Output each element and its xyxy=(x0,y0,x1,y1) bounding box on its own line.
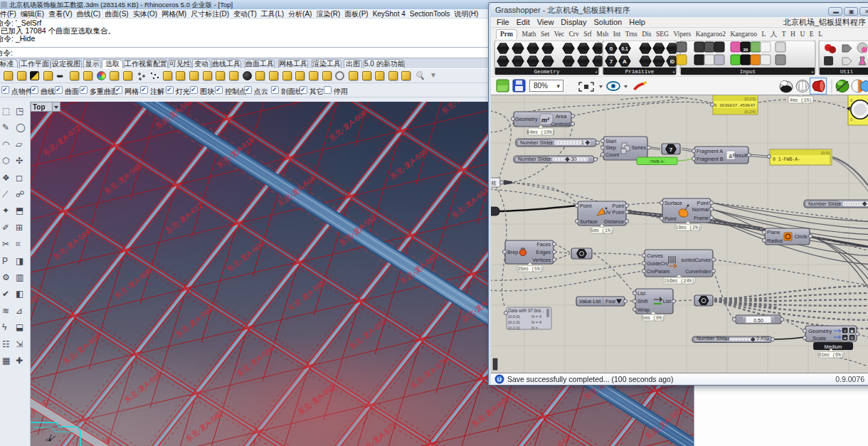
svg-text:Count: Count xyxy=(605,152,619,158)
svg-text:Top: Top xyxy=(33,103,46,111)
svg-text:List: List xyxy=(637,290,645,297)
svg-text:0.1: 0.1 xyxy=(621,46,628,51)
svg-text:0: 0 xyxy=(850,117,852,122)
svg-text:{0;0;0}: {0;0;0} xyxy=(508,314,520,319)
svg-text:Point: Point xyxy=(580,203,591,209)
svg-text:Util: Util xyxy=(840,69,854,75)
svg-text:m²: m² xyxy=(541,117,550,124)
svg-text:◉: ◉ xyxy=(850,329,854,333)
svg-text:A: A xyxy=(623,58,627,65)
svg-text:7: 7 xyxy=(610,58,613,65)
svg-text:Step: Step xyxy=(605,144,616,151)
svg-text:{0;0}: {0;0} xyxy=(821,151,830,155)
svg-text:Brep: Brep xyxy=(507,249,518,255)
svg-text:0: 0 xyxy=(850,98,852,102)
svg-text:Centroid: Centroid xyxy=(551,121,570,127)
svg-text:U: U xyxy=(851,336,854,340)
svg-text:x2: x2 xyxy=(46,437,51,442)
svg-text:-7WB-A-: -7WB-A- xyxy=(649,159,665,164)
svg-text:Frame: Frame xyxy=(694,215,709,221)
svg-text:CrvParam: CrvParam xyxy=(647,268,669,275)
svg-text:GuideCrv: GuideCrv xyxy=(647,260,669,267)
svg-text:Series: Series xyxy=(632,144,647,151)
svg-text:5ms (0%): 5ms (0%) xyxy=(642,316,665,321)
svg-text:N = 4: N = 4 xyxy=(531,320,542,324)
svg-text:Plane: Plane xyxy=(767,229,780,235)
svg-text:10ms (2%): 10ms (2%) xyxy=(675,225,701,230)
svg-text:Surface: Surface xyxy=(580,218,598,225)
svg-text:+: + xyxy=(672,70,675,75)
svg-text:Fragment B: Fragment B xyxy=(697,156,724,162)
svg-text:List: List xyxy=(663,298,671,304)
svg-text:Radius: Radius xyxy=(767,238,783,244)
svg-text:0: 0 xyxy=(610,46,613,52)
svg-text:+: + xyxy=(595,70,598,75)
svg-text:Start: Start xyxy=(605,138,616,144)
svg-text:Primitive: Primitive xyxy=(625,69,655,75)
svg-text:Shift: Shift xyxy=(637,298,647,304)
svg-text:Distance: Distance xyxy=(604,218,624,225)
svg-text:1: 1 xyxy=(581,140,584,145)
svg-text:CurveIndex: CurveIndex xyxy=(685,269,711,274)
svg-text:Point: Point xyxy=(697,200,709,206)
svg-text:20: 20 xyxy=(743,48,748,52)
svg-text:5ms (1%): 5ms (1%) xyxy=(591,228,613,233)
svg-text:64ms (10%): 64ms (10%) xyxy=(526,130,555,135)
svg-text:Surface: Surface xyxy=(665,200,682,206)
svg-text:Medium: Medium xyxy=(825,344,842,349)
svg-text:Circle: Circle xyxy=(795,233,808,240)
svg-text:Geometry: Geometry xyxy=(808,328,832,334)
svg-text:{0;2;0}: {0;2;0} xyxy=(508,326,520,330)
svg-text:Wrap: Wrap xyxy=(637,307,650,313)
svg-text:N =: N = xyxy=(531,326,539,330)
svg-text:Result: Result xyxy=(733,152,747,159)
svg-text:Edges: Edges xyxy=(536,249,551,255)
svg-text:N = 4: N = 4 xyxy=(531,314,542,319)
svg-text:7: 7 xyxy=(669,147,673,153)
svg-text:{0;1;0}: {0;1;0} xyxy=(508,320,520,324)
svg-text:Four: Four xyxy=(605,299,616,304)
svg-text:Number Slider: Number Slider xyxy=(518,156,551,162)
svg-text:Faces: Faces xyxy=(536,241,551,248)
svg-text:Geometry: Geometry xyxy=(534,69,560,75)
svg-text:0.493: 0.493 xyxy=(756,336,769,341)
svg-text:4ms (1%): 4ms (1%) xyxy=(790,98,813,103)
svg-text:Scale: Scale xyxy=(813,335,826,341)
svg-text:UV Point: UV Point xyxy=(604,209,624,216)
svg-text:156ms (24%): 156ms (24%) xyxy=(664,279,695,284)
svg-text:Area: Area xyxy=(556,113,566,120)
svg-text:Vertices: Vertices xyxy=(532,257,551,263)
svg-text:Point: Point xyxy=(665,216,676,222)
svg-text:Value List: Value List xyxy=(579,299,600,304)
svg-text:sortedCurves: sortedCurves xyxy=(681,257,711,262)
svg-text:61ms (6%): 61ms (6%) xyxy=(818,353,844,358)
svg-text:+: + xyxy=(811,70,814,75)
svg-text:Geometry: Geometry xyxy=(515,116,538,122)
svg-text:Number Slider: Number Slider xyxy=(697,335,730,341)
svg-text:Number Slider: Number Slider xyxy=(520,139,554,146)
svg-text:30: 30 xyxy=(571,156,576,161)
svg-text:Fragment A: Fragment A xyxy=(697,148,723,154)
svg-text:Number Slider: Number Slider xyxy=(808,201,842,207)
svg-text:Data with 97 bra...: Data with 97 bra... xyxy=(508,308,544,313)
svg-text:0 3030837.459647: 0 3030837.459647 xyxy=(714,103,756,108)
svg-text:x: x xyxy=(844,329,846,333)
svg-text:Curves: Curves xyxy=(647,253,663,259)
svg-text:{0;24}: {0;24} xyxy=(744,110,756,114)
svg-text:0.50: 0.50 xyxy=(753,318,763,323)
svg-text:35ms (5%): 35ms (5%) xyxy=(517,267,543,272)
svg-text:ID: ID xyxy=(670,59,675,64)
svg-text:Normal: Normal xyxy=(692,206,709,213)
svg-text:{0;23}: {0;23} xyxy=(744,97,756,101)
svg-text:Input: Input xyxy=(740,69,756,75)
svg-text:Point: Point xyxy=(613,203,624,209)
svg-text:0 1-FWB-A-: 0 1-FWB-A- xyxy=(773,157,800,162)
svg-text:核: 核 xyxy=(491,181,497,186)
svg-text:U: U xyxy=(497,376,502,383)
svg-text:➔: ➔ xyxy=(843,336,847,340)
